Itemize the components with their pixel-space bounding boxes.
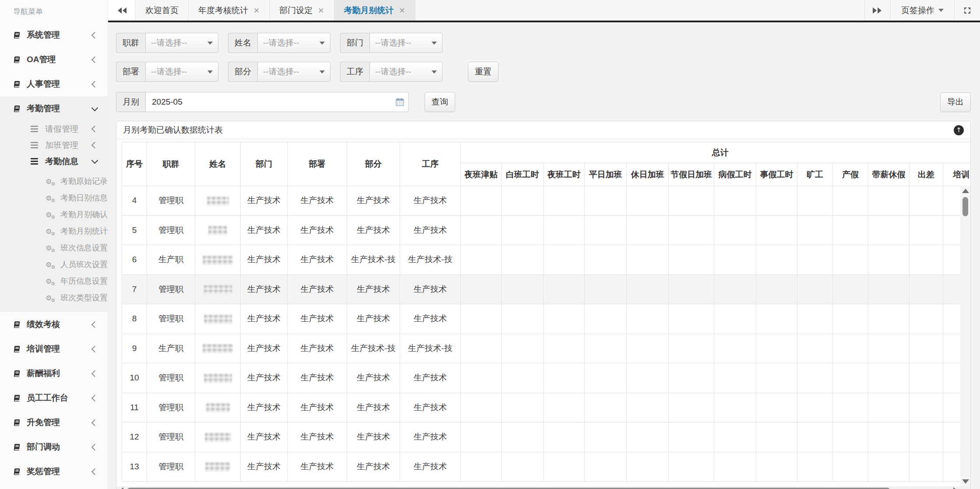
- table-cell: 生产技术-技: [400, 245, 461, 275]
- gears-icon: ⚙⚙: [46, 194, 55, 202]
- table-row: 7管理职生产技术生产技术生产技术生产技术: [122, 274, 971, 304]
- tab-operations-dropdown[interactable]: 页签操作: [890, 0, 954, 21]
- scroll-left-arrow-icon[interactable]: [119, 487, 123, 489]
- search-button[interactable]: 查询: [425, 92, 455, 112]
- fullscreen-button[interactable]: [954, 0, 980, 21]
- filter-select[interactable]: --请选择--: [257, 62, 330, 82]
- calendar-icon[interactable]: [396, 98, 404, 106]
- filter-select[interactable]: --请选择--: [145, 33, 218, 53]
- table-cell: 生产技术: [288, 334, 347, 363]
- table-row: 12管理职生产技术生产技术生产技术生产技术: [122, 422, 971, 452]
- vertical-scrollbar-thumb[interactable]: [962, 197, 968, 216]
- sidebar-leaf-item[interactable]: ⚙⚙考勤日别信息: [0, 190, 108, 206]
- scroll-right-arrow-icon[interactable]: [953, 487, 957, 489]
- sidebar-item[interactable]: 升免管理: [0, 410, 108, 435]
- filter-select[interactable]: --请选择--: [145, 62, 218, 82]
- table-cell: 生产职: [147, 245, 195, 275]
- sidebar-item[interactable]: 绩效考核: [0, 312, 108, 337]
- filter-select[interactable]: --请选择--: [257, 33, 330, 53]
- reset-button[interactable]: 重置: [468, 62, 499, 82]
- stat-cell: [833, 393, 868, 422]
- chevron-down-icon: [320, 70, 325, 74]
- stat-cell: [585, 215, 627, 245]
- sidebar-item[interactable]: 系统管理: [0, 23, 108, 47]
- tab-label: 考勤月别统计: [344, 5, 394, 16]
- stat-cell: [627, 363, 669, 393]
- tab-label: 部门设定: [279, 5, 313, 16]
- sidebar-item[interactable]: OA管理: [0, 47, 108, 72]
- tab-close-icon[interactable]: ✕: [253, 6, 260, 15]
- sidebar-leaf-item[interactable]: ⚙⚙考勤原始记录: [0, 173, 108, 190]
- sidebar-subitem[interactable]: 考勤信息: [0, 153, 108, 169]
- table-cell: 管理职: [147, 215, 195, 245]
- stat-cell: [714, 245, 756, 275]
- stat-cell: [910, 393, 943, 422]
- filter-label: 部分: [228, 62, 257, 82]
- filter-row-3: 月别: [116, 92, 971, 112]
- sidebar-item[interactable]: 薪酬福利: [0, 361, 108, 386]
- sidebar-leaf-label: 班次类型设置: [60, 292, 108, 303]
- book-icon: [13, 81, 21, 88]
- sidebar-item[interactable]: 奖惩管理: [0, 459, 108, 484]
- filter-row-2: 部署--请选择--部分--请选择--工序--请选择--重置: [116, 62, 971, 82]
- stat-cell: [669, 422, 714, 452]
- scroll-down-arrow-icon[interactable]: [962, 479, 969, 484]
- stat-cell: [910, 245, 943, 275]
- chevron-left-icon: [91, 394, 98, 401]
- tab-item[interactable]: 欢迎首页: [136, 0, 189, 21]
- stat-cell: [502, 452, 544, 482]
- table-cell: 生产技术: [241, 245, 288, 275]
- panel-collapse-button[interactable]: ↑: [954, 125, 964, 135]
- chevron-left-icon: [91, 419, 98, 426]
- sidebar-leaf-item[interactable]: ⚙⚙人员班次设置: [0, 256, 108, 273]
- sidebar-subitem[interactable]: 请假管理: [0, 121, 108, 137]
- stat-cell: [797, 334, 833, 363]
- sidebar-leaf-item[interactable]: ⚙⚙考勤月别确认: [0, 206, 108, 223]
- redacted-name: [205, 433, 231, 442]
- table-cell: 12: [122, 422, 147, 452]
- stat-cell: [756, 186, 797, 216]
- column-header: 姓名: [195, 142, 241, 186]
- stat-cell: [627, 304, 669, 334]
- stat-cell: [502, 215, 544, 245]
- tab-item[interactable]: 考勤月别统计✕: [334, 0, 415, 21]
- tabs-scroll-left-button[interactable]: [108, 0, 136, 21]
- name-cell: [195, 245, 241, 275]
- filter-select[interactable]: --请选择--: [369, 62, 443, 82]
- stat-cell: [502, 422, 544, 452]
- sidebar-item[interactable]: 考勤管理: [0, 96, 108, 121]
- table-cell: 生产技术: [347, 363, 400, 393]
- sidebar-item-label: 升免管理: [27, 417, 92, 428]
- stat-column-header: 带薪休假: [868, 163, 910, 186]
- stat-column-header: 培训: [943, 163, 971, 186]
- sidebar-item[interactable]: 人事管理: [0, 72, 108, 96]
- tab-item[interactable]: 年度考核统计✕: [189, 0, 270, 21]
- sidebar-subitem-label: 加班管理: [45, 140, 92, 151]
- tabs-scroll-right-button[interactable]: [864, 0, 890, 21]
- vertical-scrollbar[interactable]: [960, 186, 970, 486]
- panel-monthly-stats: 月别考勤已确认数据统计表 ↑ 序号职群姓名部门部署部分工序总计夜班津贴白班工时夜…: [116, 121, 971, 489]
- select-placeholder: --请选择--: [151, 37, 187, 49]
- group-column-header: 总计: [461, 142, 971, 163]
- filter-select[interactable]: --请选择--: [369, 33, 443, 53]
- sidebar-subitem[interactable]: 加班管理: [0, 137, 108, 153]
- sidebar-item-label: OA管理: [27, 54, 92, 65]
- tab-close-icon[interactable]: ✕: [399, 6, 405, 15]
- sidebar-leaf-item[interactable]: ⚙⚙年历信息设置: [0, 273, 108, 289]
- tab-close-icon[interactable]: ✕: [318, 6, 324, 15]
- month-input[interactable]: [145, 92, 409, 112]
- sidebar-leaf-item[interactable]: ⚙⚙班次类型设置: [0, 289, 108, 306]
- name-cell: [195, 304, 241, 334]
- export-button[interactable]: 导出: [940, 92, 971, 112]
- sidebar-leaf-item[interactable]: ⚙⚙班次信息设置: [0, 239, 108, 256]
- tab-item[interactable]: 部门设定✕: [270, 0, 334, 21]
- sidebar-item[interactable]: 员工工作台: [0, 386, 108, 410]
- sidebar-leaf-item[interactable]: ⚙⚙考勤月别统计: [0, 223, 108, 239]
- sidebar-item[interactable]: 部门调动: [0, 435, 108, 459]
- table-cell: 13: [122, 452, 147, 482]
- horizontal-scrollbar[interactable]: [116, 486, 970, 489]
- column-header: 部门: [241, 142, 288, 186]
- sidebar-item[interactable]: 培训管理: [0, 337, 108, 361]
- redacted-name: [204, 373, 232, 383]
- scroll-up-arrow-icon[interactable]: [962, 189, 969, 193]
